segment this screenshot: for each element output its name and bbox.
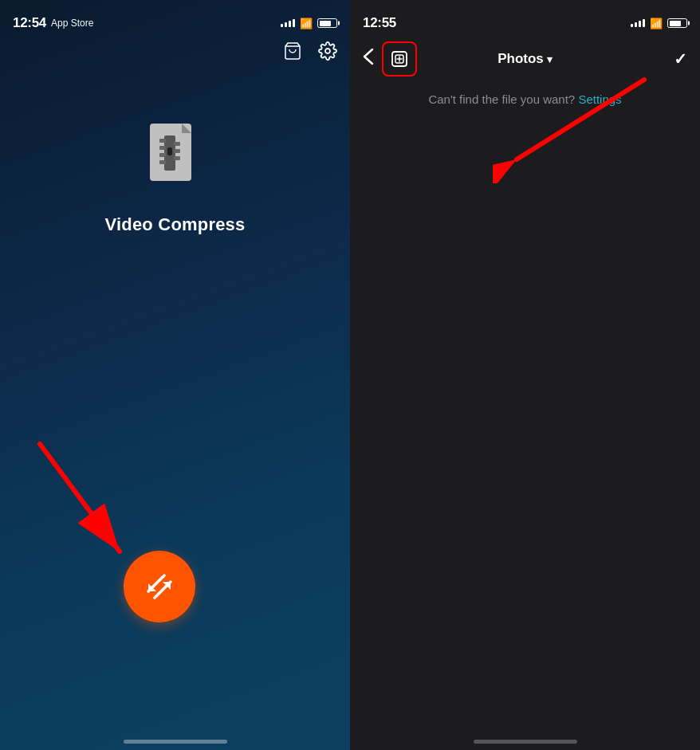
home-indicator-right	[474, 740, 577, 744]
dropdown-chevron: ▾	[547, 53, 553, 65]
left-nav-bar	[0, 35, 350, 72]
right-status-icons: 📶	[631, 18, 687, 29]
grid-add-icon	[391, 50, 408, 68]
svg-point-1	[325, 49, 330, 53]
back-button[interactable]	[363, 48, 374, 70]
svg-rect-5	[159, 139, 166, 143]
svg-line-24	[517, 80, 644, 159]
svg-rect-6	[159, 146, 166, 150]
right-time: 12:55	[363, 15, 396, 31]
left-status-icons: 📶	[281, 18, 337, 29]
app-icon	[144, 120, 207, 198]
photos-label: Photos	[497, 51, 544, 67]
battery-icon	[317, 18, 337, 28]
right-wifi-icon: 📶	[650, 18, 663, 29]
source-selector-button[interactable]	[382, 41, 417, 77]
left-time: 12:54	[13, 15, 46, 31]
wifi-icon: 📶	[300, 18, 313, 29]
svg-rect-11	[174, 156, 180, 160]
app-content: Video Compress	[0, 72, 350, 750]
svg-rect-12	[167, 147, 172, 155]
svg-rect-7	[159, 153, 166, 157]
app-title: Video Compress	[104, 214, 245, 235]
right-status-bar: 12:55 📶	[350, 0, 700, 35]
svg-rect-9	[174, 142, 180, 146]
svg-rect-10	[174, 149, 180, 153]
compress-button[interactable]	[124, 551, 195, 622]
compress-arrows-icon	[142, 569, 177, 604]
right-battery-icon	[667, 18, 687, 28]
right-arrow-annotation	[493, 72, 652, 187]
home-indicator-left	[124, 740, 227, 744]
svg-rect-8	[159, 160, 166, 164]
right-signal-icon	[631, 19, 645, 27]
cart-icon[interactable]	[283, 41, 302, 65]
photos-dropdown[interactable]: Photos ▾	[497, 51, 553, 67]
app-store-label: App Store	[51, 18, 93, 29]
signal-icon	[281, 19, 295, 27]
left-status-bar: 12:54 App Store 📶	[0, 0, 350, 35]
right-panel: 12:55 📶	[350, 0, 700, 750]
confirm-button[interactable]: ✓	[674, 49, 687, 69]
settings-icon[interactable]	[318, 41, 337, 65]
svg-line-14	[40, 444, 120, 552]
left-panel: 12:54 App Store 📶	[0, 0, 350, 750]
left-arrow-annotation	[24, 428, 151, 575]
compress-file-icon	[144, 120, 207, 195]
